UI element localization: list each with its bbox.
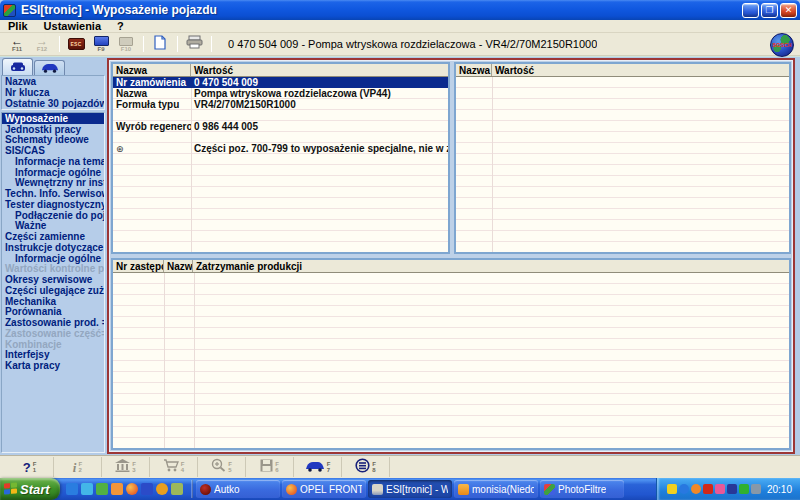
sidebar-item-interfejsy[interactable]: Interfejsy xyxy=(2,350,104,361)
tray-icon[interactable] xyxy=(667,484,677,494)
screen-button[interactable]: F9 xyxy=(89,33,113,55)
sidebar-item-czesci-zamienne[interactable]: Części zamienne xyxy=(2,231,104,242)
task-photofiltre[interactable]: PhotoFiltre xyxy=(540,480,624,498)
forward-arrow-icon: → xyxy=(36,36,48,46)
task-monisia[interactable]: monisia(Niedostęp... xyxy=(454,480,538,498)
quick-launch-icon[interactable] xyxy=(96,483,108,495)
sidebar-item-wewnetrzny-nr-instr[interactable]: Wewnętrzny nr instr... xyxy=(2,178,104,189)
sidebar-item-nazwa[interactable]: Nazwa xyxy=(2,76,104,87)
column-divider xyxy=(194,273,195,448)
sidebar-item-nr-klucza[interactable]: Nr klucza xyxy=(2,87,104,98)
toolbar-separator xyxy=(143,36,144,52)
firefox-icon[interactable] xyxy=(126,483,138,495)
sidebar-item-schematy-ideowe[interactable]: Schematy ideowe xyxy=(2,135,104,146)
quick-launch-icon[interactable] xyxy=(81,483,93,495)
tray-icon[interactable] xyxy=(715,484,725,494)
bosch-globe-logo: BOSCH xyxy=(770,33,794,57)
table-row[interactable]: Nr zamówienia 0 470 504 009 xyxy=(113,77,448,88)
detach-button[interactable]: F10 xyxy=(114,33,138,55)
sidebar-item-jednostki-pracy[interactable]: Jednostki pracy xyxy=(2,124,104,135)
replacement-table: Nr zastępczy Nazwa Zatrzymanie produkcji xyxy=(111,258,791,450)
sidebar-item-sis-cas[interactable]: SIS/CAS xyxy=(2,145,104,156)
sidebar-item-czesci-ulegajace-zuzyciu[interactable]: Części ulegające zużyciu xyxy=(2,285,104,296)
quick-launch-icon[interactable] xyxy=(156,483,168,495)
table-row[interactable]: ⊛ Części poz. 700-799 to wyposażenie spe… xyxy=(113,143,448,154)
sidebar-item-wartosci-kontrolne[interactable]: Wartości kontrolne po... xyxy=(2,264,104,275)
sidebar-item-karta-pracy[interactable]: Karta pracy xyxy=(2,360,104,371)
tab-vehicle-identification[interactable] xyxy=(2,58,33,75)
sidebar-item-wazne[interactable]: Ważne xyxy=(2,221,104,232)
side-table-body xyxy=(456,77,789,252)
task-opel-frontera[interactable]: OPEL FRONTERA ... xyxy=(282,480,366,498)
column-divider xyxy=(164,273,165,448)
table-row[interactable]: Nazwa Pompa wtryskowa rozdzielaczowa (VP… xyxy=(113,88,448,99)
window-controls: _ ❐ ✕ xyxy=(742,3,797,18)
forward-button[interactable]: → F12 xyxy=(30,33,54,55)
quick-launch-icon[interactable] xyxy=(66,483,78,495)
minimize-button[interactable]: _ xyxy=(742,3,759,18)
sidebar-item-okresy-serwisowe[interactable]: Okresy serwisowe xyxy=(2,274,104,285)
sidebar-item-podlaczenie-do-pojazdu[interactable]: Podłączenie do poja... xyxy=(2,210,104,221)
tray-icon[interactable] xyxy=(739,484,749,494)
column-header-wartosc: Wartość xyxy=(191,64,448,76)
shopping-cart-f4-button[interactable]: F4 xyxy=(150,457,198,477)
start-button[interactable]: Start xyxy=(0,478,60,500)
magnify-f5-button[interactable]: F5 xyxy=(198,457,246,477)
sidebar-item-zastosowanie-czesc[interactable]: Zastosowanie część=>... xyxy=(2,328,104,339)
minimize-icon: _ xyxy=(748,12,753,17)
document-button[interactable] xyxy=(148,33,172,55)
detach-icon xyxy=(119,37,133,46)
table-row[interactable]: Formuła typu VR4/2/70M2150R1000 xyxy=(113,99,448,110)
quick-launch-icon[interactable] xyxy=(171,483,183,495)
table-row[interactable] xyxy=(113,132,448,143)
task-autko[interactable]: Autko xyxy=(196,480,280,498)
help-f1-button[interactable]: ? F1 xyxy=(6,457,54,477)
tray-icon[interactable] xyxy=(691,484,701,494)
tab-vehicle-search[interactable] xyxy=(34,60,65,75)
sidebar-item-zastosowanie-prod[interactable]: Zastosowanie prod. =>... xyxy=(2,317,104,328)
tray-icon[interactable] xyxy=(727,484,737,494)
bosch-f8-button[interactable]: F8 xyxy=(342,457,390,477)
sidebar-item-techn-info-serwisowe[interactable]: Techn. Info. Serwisowe xyxy=(2,188,104,199)
row-value: Części poz. 700-799 to wyposażenie specj… xyxy=(191,143,448,154)
quick-launch-icon[interactable] xyxy=(141,483,153,495)
toolbar-separator xyxy=(59,36,60,52)
vehicle-f7-button[interactable]: F7 xyxy=(294,457,342,477)
esc-button[interactable]: ESC xyxy=(64,33,88,55)
menu-help[interactable]: ? xyxy=(109,20,132,32)
table-row[interactable] xyxy=(113,110,448,121)
menu-plik[interactable]: Plik xyxy=(0,20,36,32)
quick-launch-icon[interactable] xyxy=(111,483,123,495)
close-button[interactable]: ✕ xyxy=(780,3,797,18)
info-f2-button[interactable]: i F2 xyxy=(54,457,102,477)
sidebar-item-ostatnie-30-pojazdow[interactable]: Ostatnie 30 pojazdów xyxy=(2,98,104,109)
standards-f3-button[interactable]: F3 xyxy=(102,457,150,477)
tray-icon[interactable] xyxy=(679,484,689,494)
restore-button[interactable]: ❐ xyxy=(761,3,778,18)
task-esitronic[interactable]: ESI[tronic] - Wyp... xyxy=(368,480,452,498)
table-row[interactable]: Wyrób regenerowany 0 986 444 005 xyxy=(113,121,448,132)
sidebar-item-tester-diagnostyczny[interactable]: Tester diagnostyczny xyxy=(2,199,104,210)
tray-icon[interactable] xyxy=(751,484,761,494)
system-tray: 20:10 xyxy=(656,478,800,500)
sidebar-item-instrukcje-dotyczace[interactable]: Instrukcje dotyczące k... xyxy=(2,242,104,253)
sidebar-item-informacje-ogolne-2[interactable]: Informacje ogólne xyxy=(2,253,104,264)
sidebar: Nazwa Nr klucza Ostatnie 30 pojazdów Wyp… xyxy=(0,57,106,455)
print-button[interactable] xyxy=(182,33,206,55)
titlebar[interactable]: ESI[tronic] - Wyposażenie pojazdu _ ❐ ✕ xyxy=(0,0,800,20)
detail-table: Nazwa Wartość Nr zamówienia 0 470 504 00… xyxy=(111,62,450,254)
sidebar-item-wyposazenie[interactable]: Wyposażenie xyxy=(2,113,104,124)
sidebar-item-porownania[interactable]: Porównania xyxy=(2,307,104,318)
row-name: Formuła typu xyxy=(113,99,191,110)
toolbar-separator xyxy=(211,36,212,52)
tray-icon[interactable] xyxy=(703,484,713,494)
sidebar-group-identification: Nazwa Nr klucza Ostatnie 30 pojazdów xyxy=(1,75,105,110)
menu-ustawienia[interactable]: Ustawienia xyxy=(36,20,109,32)
save-f6-button[interactable]: F6 xyxy=(246,457,294,477)
sidebar-item-informacje-na-temat[interactable]: Informacje na temat... xyxy=(2,156,104,167)
sidebar-item-mechanika[interactable]: Mechanika xyxy=(2,296,104,307)
back-button[interactable]: ← F11 xyxy=(5,33,29,55)
screen-key-label: F9 xyxy=(97,46,104,52)
sidebar-item-informacje-ogolne[interactable]: Informacje ogólne xyxy=(2,167,104,178)
sidebar-item-kombinacje[interactable]: Kombinacje xyxy=(2,339,104,350)
